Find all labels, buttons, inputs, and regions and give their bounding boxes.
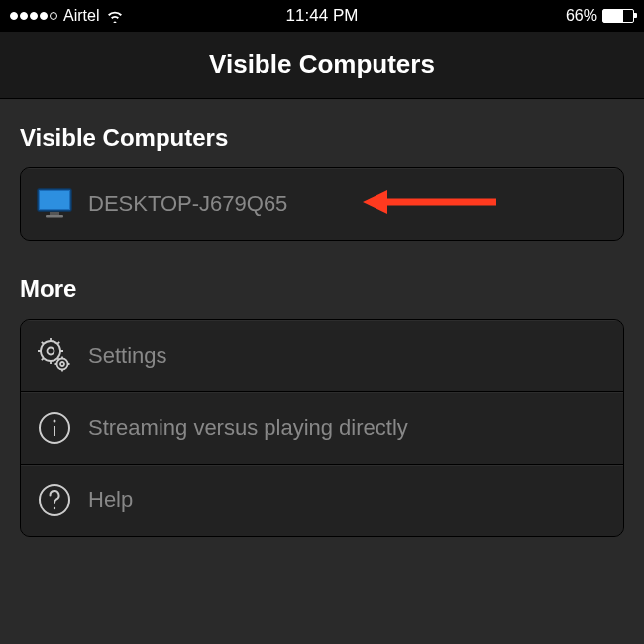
help-icon bbox=[37, 483, 72, 518]
svg-point-16 bbox=[60, 362, 64, 366]
status-bar-right: 66% bbox=[566, 7, 634, 25]
page-title: Visible Computers bbox=[209, 50, 435, 80]
more-list: Settings Streaming versus playing direct… bbox=[20, 319, 624, 537]
battery-icon bbox=[602, 9, 634, 23]
svg-point-6 bbox=[48, 348, 54, 355]
svg-rect-1 bbox=[40, 191, 69, 209]
streaming-info-label: Streaming versus playing directly bbox=[88, 415, 408, 441]
nav-bar: Visible Computers bbox=[0, 32, 644, 99]
wifi-icon bbox=[105, 9, 125, 23]
signal-strength-icon bbox=[10, 12, 57, 20]
section-header-more: More bbox=[20, 275, 624, 303]
help-list-item[interactable]: Help bbox=[21, 465, 623, 536]
svg-point-26 bbox=[54, 507, 55, 509]
status-bar-left: Airtel bbox=[10, 7, 125, 25]
section-header-visible-computers: Visible Computers bbox=[20, 124, 624, 152]
status-bar: Airtel 11:44 PM 66% bbox=[0, 0, 644, 32]
computer-name-label: DESKTOP-J679Q65 bbox=[88, 191, 287, 217]
svg-line-14 bbox=[42, 358, 44, 360]
svg-marker-5 bbox=[363, 190, 387, 214]
svg-line-15 bbox=[57, 342, 59, 344]
svg-rect-3 bbox=[46, 215, 63, 218]
computer-list-item[interactable]: DESKTOP-J679Q65 bbox=[21, 168, 623, 240]
svg-point-23 bbox=[54, 420, 56, 423]
help-label: Help bbox=[88, 487, 133, 513]
monitor-icon bbox=[37, 186, 72, 222]
annotation-arrow-icon bbox=[363, 187, 501, 221]
svg-rect-2 bbox=[50, 212, 59, 215]
visible-computers-list: DESKTOP-J679Q65 bbox=[20, 167, 624, 241]
battery-percent-label: 66% bbox=[566, 7, 597, 25]
streaming-info-list-item[interactable]: Streaming versus playing directly bbox=[21, 392, 623, 465]
svg-point-17 bbox=[57, 359, 68, 370]
settings-label: Settings bbox=[88, 343, 167, 369]
svg-line-12 bbox=[42, 342, 44, 344]
clock-label: 11:44 PM bbox=[286, 6, 359, 26]
gear-icon bbox=[37, 338, 72, 374]
info-icon bbox=[37, 410, 72, 446]
carrier-label: Airtel bbox=[63, 7, 99, 25]
settings-list-item[interactable]: Settings bbox=[21, 320, 623, 392]
content: Visible Computers DESKTOP-J679Q65 More bbox=[0, 99, 644, 562]
